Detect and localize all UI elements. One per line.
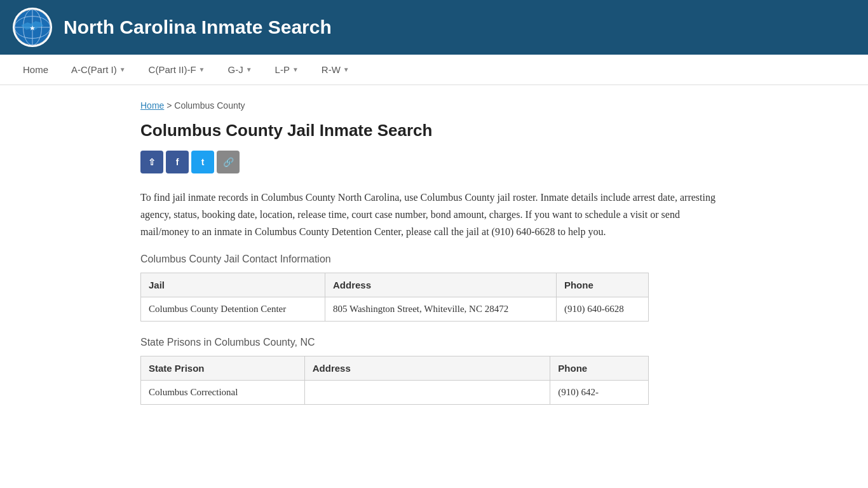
breadcrumb-home-link[interactable]: Home: [140, 100, 164, 111]
nav-c-part2-f[interactable]: C(Part II)-F ▼: [139, 57, 215, 83]
site-header: North Carolina Inmate Search: [0, 0, 868, 55]
share-button[interactable]: ⇧: [140, 151, 163, 173]
nav-dropdown-arrow: ▼: [343, 66, 349, 73]
jail-phone-cell: (910) 640-6628: [556, 297, 648, 321]
prison-phone-col-header: Phone: [550, 356, 649, 380]
prison-phone-cell: (910) 642-: [550, 380, 649, 404]
jail-col-header: Jail: [141, 273, 325, 297]
prisons-table: State Prison Address Phone Columbus Corr…: [140, 356, 649, 405]
prison-address-cell: [304, 380, 550, 404]
page-title: Columbus County Jail Inmate Search: [140, 121, 728, 140]
jail-contact-table: Jail Address Phone Columbus County Deten…: [140, 273, 649, 322]
facebook-button[interactable]: f: [166, 151, 189, 173]
table-header-row: Jail Address Phone: [141, 273, 649, 297]
phone-col-header: Phone: [556, 273, 648, 297]
nav-dropdown-arrow: ▼: [119, 66, 126, 73]
prison-col-header: State Prison: [141, 356, 305, 380]
site-title: North Carolina Inmate Search: [64, 17, 332, 38]
breadcrumb-separator: >: [166, 100, 174, 111]
prisons-header-row: State Prison Address Phone: [141, 356, 649, 380]
site-logo: [13, 8, 52, 47]
main-nav: Home A-C(Part I) ▼ C(Part II)-F ▼ G-J ▼ …: [0, 55, 868, 85]
nav-dropdown-arrow: ▼: [292, 66, 299, 73]
jail-address-cell: 805 Washington Street, Whiteville, NC 28…: [325, 297, 557, 321]
prison-address-col-header: Address: [304, 356, 550, 380]
table-row: Columbus Correctional (910) 642-: [141, 380, 649, 404]
address-col-header: Address: [325, 273, 557, 297]
nav-a-c-part1[interactable]: A-C(Part I) ▼: [61, 57, 136, 83]
nav-l-p[interactable]: L-P ▼: [265, 57, 309, 83]
prison-name-cell: Columbus Correctional: [141, 380, 305, 404]
jail-name-cell: Columbus County Detention Center: [141, 297, 325, 321]
nav-dropdown-arrow: ▼: [199, 66, 205, 73]
jail-contact-label: Columbus County Jail Contact Information: [140, 254, 728, 265]
prisons-label: State Prisons in Columbus County, NC: [140, 337, 728, 348]
nav-home[interactable]: Home: [13, 57, 58, 83]
table-row: Columbus County Detention Center 805 Was…: [141, 297, 649, 321]
breadcrumb: Home > Columbus County: [140, 100, 728, 111]
main-content: Home > Columbus County Columbus County J…: [123, 85, 745, 435]
social-share-bar: ⇧ f t 🔗: [140, 151, 728, 173]
nav-g-j[interactable]: G-J ▼: [218, 57, 262, 83]
copy-link-button[interactable]: 🔗: [217, 151, 240, 173]
nav-r-w[interactable]: R-W ▼: [311, 57, 360, 83]
nav-dropdown-arrow: ▼: [246, 66, 252, 73]
breadcrumb-current: Columbus County: [174, 100, 245, 111]
page-description: To find jail inmate records in Columbus …: [140, 189, 728, 241]
twitter-button[interactable]: t: [191, 151, 214, 173]
